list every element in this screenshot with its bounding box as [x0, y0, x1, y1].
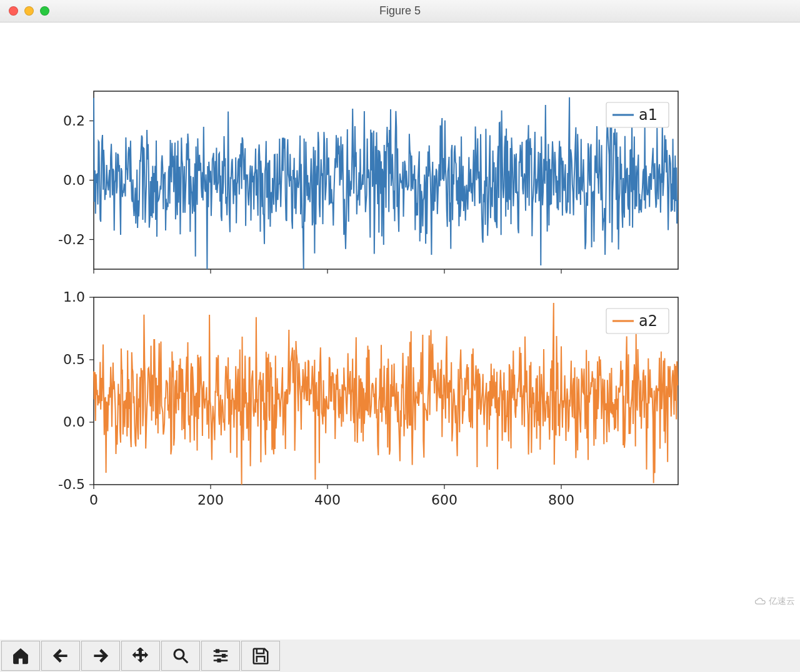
svg-text:a1: a1	[639, 106, 658, 124]
search-icon	[171, 646, 190, 665]
svg-text:200: 200	[198, 492, 224, 508]
forward-button[interactable]	[81, 641, 120, 671]
svg-text:0.5: 0.5	[63, 352, 85, 367]
figure-canvas[interactable]: -0.20.00.2a1-0.50.00.51.00200400600800a2…	[0, 22, 800, 641]
save-button[interactable]	[241, 641, 280, 671]
svg-text:0.2: 0.2	[63, 113, 85, 129]
chart-svg: -0.20.00.2a1-0.50.00.51.00200400600800a2	[0, 22, 800, 610]
home-icon	[11, 646, 30, 665]
close-icon[interactable]	[9, 6, 18, 16]
svg-text:-0.2: -0.2	[58, 232, 85, 247]
configure-button[interactable]	[201, 641, 240, 671]
svg-text:0.0: 0.0	[63, 414, 85, 430]
save-icon	[251, 646, 270, 665]
zoom-button[interactable]	[161, 641, 200, 671]
move-icon	[131, 646, 150, 665]
arrow-right-icon	[91, 646, 110, 665]
svg-text:400: 400	[314, 492, 341, 508]
svg-rect-40	[218, 659, 221, 662]
maximize-icon[interactable]	[40, 6, 49, 16]
cloud-icon	[754, 597, 766, 606]
svg-rect-39	[222, 655, 226, 658]
home-button[interactable]	[1, 641, 40, 671]
window-titlebar: Figure 5	[0, 0, 800, 22]
svg-text:600: 600	[431, 492, 458, 508]
watermark-text: 亿速云	[769, 596, 795, 607]
svg-text:1.0: 1.0	[63, 289, 85, 305]
minimize-icon[interactable]	[24, 6, 34, 16]
svg-text:a2: a2	[639, 312, 658, 330]
back-button[interactable]	[41, 641, 80, 671]
svg-text:-0.5: -0.5	[58, 477, 85, 492]
svg-text:0.0: 0.0	[63, 172, 85, 188]
svg-text:0: 0	[89, 492, 98, 508]
svg-rect-38	[216, 650, 219, 653]
window-title: Figure 5	[0, 4, 800, 17]
arrow-left-icon	[51, 646, 70, 665]
watermark: 亿速云	[754, 596, 795, 607]
svg-point-37	[174, 650, 184, 659]
pan-button[interactable]	[121, 641, 160, 671]
sliders-icon	[211, 646, 230, 665]
matplotlib-toolbar	[0, 640, 800, 672]
traffic-lights	[0, 6, 49, 16]
svg-text:800: 800	[548, 492, 574, 508]
